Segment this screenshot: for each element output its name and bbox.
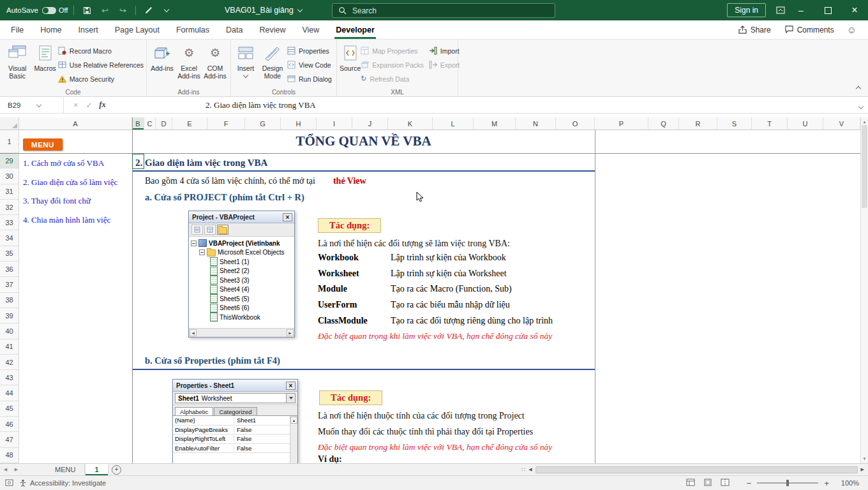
page-layout-view-icon[interactable] [703, 479, 712, 487]
ribbon-tab[interactable]: Data [218, 20, 251, 39]
map-properties-button[interactable]: Map Properties [361, 45, 424, 57]
ribbon-tab[interactable]: Page Layout [107, 20, 168, 39]
use-relative-references-button[interactable]: Use Relative References [58, 59, 144, 71]
row-header[interactable]: 36 [0, 262, 19, 277]
sign-in-button[interactable]: Sign in [727, 3, 766, 17]
vscroll-thumb[interactable] [862, 125, 867, 208]
column-header[interactable]: J [352, 117, 388, 130]
column-header[interactable]: M [474, 117, 516, 130]
column-header[interactable]: P [595, 117, 648, 130]
refresh-data-button[interactable]: ↻ Refresh Data [361, 73, 424, 85]
scroll-left-icon[interactable]: ◀ [190, 329, 197, 336]
expansion-packs-button[interactable]: Expansion Packs [361, 59, 424, 71]
tree-item-sheet[interactable]: Sheet3 (3) [191, 276, 294, 285]
row-header[interactable]: 37 [0, 277, 19, 292]
scrollbar-split-handle[interactable]: ∷ [521, 466, 525, 473]
tab-alphabetic[interactable]: Alphabetic [175, 407, 213, 415]
horizontal-scrollbar[interactable] [535, 466, 858, 474]
column-header[interactable]: E [172, 117, 207, 130]
com-addins-button[interactable]: ⚙ COM Add-ins [203, 41, 227, 80]
scroll-right-icon[interactable]: ▶ [287, 329, 294, 336]
sheet-nav-prev-icon[interactable]: ◀ [0, 464, 11, 475]
column-header[interactable]: N [516, 117, 556, 130]
column-header[interactable]: K [388, 117, 433, 130]
tree-item-sheet[interactable]: Sheet1 (1) [191, 257, 294, 267]
column-header[interactable]: G [245, 117, 281, 130]
tree-item-sheet[interactable]: Sheet5 (5) [191, 294, 294, 304]
expand-formula-bar-icon[interactable] [859, 100, 863, 111]
ribbon-display-options-button[interactable] [774, 3, 788, 18]
sheet-tab[interactable]: 1 [85, 464, 108, 475]
redo-button[interactable]: ↪ [116, 3, 130, 18]
properties-button[interactable]: Properties [287, 45, 332, 57]
macro-record-icon[interactable] [5, 479, 13, 487]
save-button[interactable] [80, 3, 94, 18]
macros-button[interactable]: Macros [32, 41, 58, 72]
close-button[interactable]: × [841, 0, 868, 20]
row-header[interactable]: 44 [0, 385, 19, 401]
search-box[interactable] [332, 3, 555, 18]
view-object-toolbar-icon[interactable] [204, 225, 216, 235]
autosave-toggle[interactable]: Off [42, 6, 68, 14]
sidebar-link[interactable]: 2. Giao diện cửa sổ làm việc [23, 177, 117, 187]
import-button[interactable]: Import [429, 45, 460, 57]
row-header[interactable]: 32 [0, 200, 19, 215]
enter-icon[interactable]: ✓ [82, 101, 96, 110]
row-header[interactable]: 33 [0, 215, 19, 230]
select-all-corner[interactable] [0, 117, 19, 130]
column-header[interactable]: Q [648, 117, 679, 130]
zoom-level[interactable]: 100% [835, 479, 859, 487]
row-header[interactable]: 48 [0, 448, 19, 463]
macro-security-button[interactable]: Macro Security [58, 73, 144, 85]
zoom-out-icon[interactable]: − [747, 479, 752, 488]
column-header[interactable]: A [19, 117, 132, 130]
maximize-button[interactable] [814, 0, 841, 20]
tree-item-folder[interactable]: Microsoft Excel Objects [191, 248, 294, 258]
close-icon[interactable]: × [286, 382, 296, 390]
file-name[interactable]: VBAG01_Bài giảng [225, 0, 302, 20]
vscroll-up-icon[interactable]: ▲ [861, 117, 868, 124]
comments-button[interactable]: Comments [779, 24, 841, 36]
property-row[interactable]: DisplayRightToLeft False [173, 434, 290, 444]
row-header[interactable]: 1 [0, 130, 19, 153]
visual-basic-button[interactable]: Visual Basic [3, 41, 32, 80]
normal-view-icon[interactable] [686, 479, 695, 487]
insert-control-button[interactable]: Insert [234, 41, 258, 77]
new-sheet-button[interactable]: + [108, 464, 125, 475]
column-header[interactable]: O [556, 117, 595, 130]
vertical-scrollbar[interactable]: ▲ ▼ [860, 117, 868, 463]
menu-button[interactable]: MENU [23, 138, 63, 151]
scroll-up-icon[interactable]: ▲ [290, 417, 297, 424]
tree-item-workbook[interactable]: ThisWorkbook [191, 313, 294, 322]
column-header[interactable]: S [717, 117, 752, 130]
zoom-slider-thumb[interactable] [786, 480, 789, 486]
run-dialog-button[interactable]: Run Dialog [287, 73, 332, 85]
column-header[interactable]: I [317, 117, 352, 130]
object-selector[interactable]: Sheet1 Worksheet [173, 392, 297, 405]
collapse-icon[interactable] [199, 249, 205, 255]
feedback-smiley-icon[interactable]: ☺ [842, 24, 862, 35]
dropdown-arrow-icon[interactable] [286, 394, 295, 403]
vscroll-down-icon[interactable]: ▼ [861, 454, 868, 461]
pen-input-button[interactable] [142, 3, 156, 18]
sheet-tab[interactable]: MENU [46, 464, 85, 475]
page-break-view-icon[interactable] [721, 479, 730, 487]
properties-scrollbar[interactable]: ▲ [290, 416, 297, 468]
row-header[interactable]: 35 [0, 246, 19, 262]
sidebar-link[interactable]: 3. Thay đổi font chữ [23, 196, 117, 205]
source-button[interactable]: Source [340, 41, 361, 72]
tree-item-sheet[interactable]: Sheet2 (2) [191, 267, 294, 276]
formula-content[interactable]: 2. Giao diện làm việc trong VBA [206, 97, 316, 114]
row-header[interactable]: 31 [0, 184, 19, 200]
project-window-titlebar[interactable]: Project - VBAProject × [189, 211, 294, 223]
tree-item-project[interactable]: VBAProject (Vietinbank [191, 239, 294, 248]
ribbon-tab[interactable]: Developer [327, 20, 382, 39]
column-header[interactable]: R [679, 117, 717, 130]
name-box[interactable]: B29 [0, 97, 64, 113]
undo-button[interactable]: ↩ [98, 3, 112, 18]
accessibility-status[interactable]: Accessibility: Investigate [19, 479, 106, 487]
column-header[interactable]: H [281, 117, 317, 130]
minimize-button[interactable]: – [788, 0, 814, 20]
column-header[interactable]: L [433, 117, 474, 130]
insert-function-icon[interactable]: fx [96, 100, 109, 110]
